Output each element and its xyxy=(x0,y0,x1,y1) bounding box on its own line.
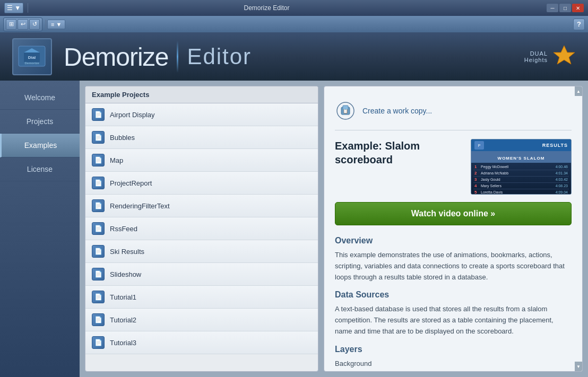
app-header: Dial Demorize Demorize Editor DUAL Heigh… xyxy=(0,33,588,81)
thumb-row: 3 Jasly Gould 4:03.42 xyxy=(473,177,569,183)
example-header: Example: Slalom scoreboard P RESULTS WOM… xyxy=(335,139,572,195)
thumb-row: 2 Adriana McNabb 4:01.34 xyxy=(473,170,569,177)
project-name: Map xyxy=(110,156,123,164)
layers-subtext: Background xyxy=(335,358,572,370)
example-title-section: Example: Slalom scoreboard xyxy=(335,139,462,166)
project-icon xyxy=(92,177,105,189)
project-name: Tutorial2 xyxy=(110,316,136,324)
toolbar-open-button[interactable]: ↩ xyxy=(18,19,28,30)
panel-header: Example Projects xyxy=(85,86,318,103)
layers-header: Layers xyxy=(335,345,572,354)
project-name: Airport Display xyxy=(110,111,155,119)
create-work-copy-link[interactable]: Create a work copy... xyxy=(362,107,432,115)
sidebar-item-projects[interactable]: Projects xyxy=(0,110,80,134)
toolbar-dropdown-icon: ≡ xyxy=(51,21,54,28)
watch-video-button[interactable]: Watch video online » xyxy=(335,202,572,225)
list-item[interactable]: ProjectReport xyxy=(85,172,318,195)
sidebar-item-examples[interactable]: Examples xyxy=(0,134,80,157)
sidebar-item-license[interactable]: License xyxy=(0,157,80,181)
list-item[interactable]: Slideshow xyxy=(85,263,318,286)
thumb-row: 5 Loretta Davis 4:09.04 xyxy=(473,189,569,195)
list-item[interactable]: Tutorial3 xyxy=(85,331,318,354)
data-sources-text: A text-based database is used that store… xyxy=(335,304,572,337)
scroll-down-arrow[interactable]: ▼ xyxy=(575,362,582,371)
project-name: Bubbles xyxy=(110,134,135,142)
work-copy-section: 📋 Create a work copy... xyxy=(335,95,572,130)
brand-logo: DUAL Heights xyxy=(524,43,577,71)
list-item[interactable]: RssFeed xyxy=(85,217,318,240)
overview-text: This example demonstrates the use of ani… xyxy=(335,250,572,283)
thumb-rows: 1 Peggy McDowell 4:00.46 2 Adriana McNab… xyxy=(471,163,571,195)
project-icon xyxy=(92,154,105,166)
app-title-demorize: Demorize xyxy=(64,42,168,72)
titlebar: ☰ ▼ Demorize Editor ─ □ ✕ xyxy=(0,0,588,16)
window-title: Demorize Editor xyxy=(32,4,501,12)
brand-name: DUAL Heights xyxy=(524,50,548,63)
project-name: Tutorial3 xyxy=(110,339,136,347)
svg-text:Dial: Dial xyxy=(28,55,36,60)
list-item[interactable]: RenderingFilterText xyxy=(85,195,318,217)
project-name: RssFeed xyxy=(110,225,137,233)
project-list-panel: Example Projects Airport Display Bubbles… xyxy=(85,86,318,372)
toolbar-separator xyxy=(46,20,46,29)
main-content: Welcome Projects Examples License Exampl… xyxy=(0,81,588,377)
help-button[interactable]: ? xyxy=(573,19,585,30)
project-icon xyxy=(92,291,105,303)
minimize-button[interactable]: ─ xyxy=(547,4,558,12)
maximize-button[interactable]: □ xyxy=(559,4,571,12)
project-name: Slideshow xyxy=(110,270,141,278)
project-icon xyxy=(92,108,105,121)
copy-icon: 📋 xyxy=(335,100,356,121)
detail-panel: 📋 Create a work copy... Example: Slalom … xyxy=(324,86,583,372)
list-item[interactable]: Ski Results xyxy=(85,240,318,263)
toolbar-dropdown-arrow: ▼ xyxy=(56,21,62,28)
overview-header: Overview xyxy=(335,236,572,246)
detail-scroll[interactable]: 📋 Create a work copy... Example: Slalom … xyxy=(324,86,582,371)
list-item[interactable]: Airport Display xyxy=(85,103,318,126)
list-item[interactable]: Tutorial2 xyxy=(85,309,318,331)
toolbar-save-button[interactable]: ↺ xyxy=(29,19,40,30)
title-divider xyxy=(177,41,178,73)
header-brand: DUAL Heights xyxy=(524,43,577,71)
project-items: Airport Display Bubbles Map ProjectRepor… xyxy=(85,103,318,354)
titlebar-separator xyxy=(28,3,28,13)
svg-text:Demorize: Demorize xyxy=(24,62,39,65)
header-logo: Dial Demorize xyxy=(11,37,53,77)
titlebar-toolbar: ☰ ▼ xyxy=(4,3,23,13)
app-menu-button[interactable]: ☰ ▼ xyxy=(4,3,23,13)
thumb-row: 4 Mary Sellers 4:08.23 xyxy=(473,183,569,189)
scroll-up-arrow[interactable]: ▲ xyxy=(575,86,582,96)
project-icon xyxy=(92,313,105,326)
app-title-section: Demorize Editor xyxy=(64,41,252,73)
example-title: Example: Slalom scoreboard xyxy=(335,139,462,166)
brand-star-icon xyxy=(551,43,577,71)
close-button[interactable]: ✕ xyxy=(572,4,584,12)
project-name: RenderingFilterText xyxy=(110,202,170,210)
thumb-sub-header: WOMEN'S SLALOM xyxy=(498,156,545,161)
project-name: ProjectReport xyxy=(110,179,152,187)
list-item[interactable]: Bubbles xyxy=(85,126,318,149)
list-item[interactable]: Tutorial1 xyxy=(85,286,318,309)
logo-box: Dial Demorize xyxy=(12,38,52,75)
thumb-logo: P xyxy=(474,141,484,150)
project-icon xyxy=(92,336,105,349)
project-name: Ski Results xyxy=(110,248,144,256)
toolbar-dropdown[interactable]: ≡ ▼ xyxy=(47,20,65,29)
data-sources-header: Data Sources xyxy=(335,290,572,300)
project-name: Tutorial1 xyxy=(110,293,136,301)
project-icon xyxy=(92,245,105,258)
sidebar: Welcome Projects Examples License xyxy=(0,81,80,377)
example-thumbnail: P RESULTS WOMEN'S SLALOM 1 Peggy McDowel… xyxy=(471,139,572,195)
toolbar-new-button[interactable]: ⊞ xyxy=(6,19,16,30)
project-icon xyxy=(92,268,105,280)
project-icon xyxy=(92,222,105,235)
project-icon xyxy=(92,131,105,144)
thumb-row: 1 Peggy McDowell 4:00.46 xyxy=(473,164,569,170)
svg-text:📋: 📋 xyxy=(343,108,348,113)
svg-marker-5 xyxy=(554,46,575,64)
sidebar-item-welcome[interactable]: Welcome xyxy=(0,86,80,110)
app-title-editor: Editor xyxy=(187,44,252,69)
list-item[interactable]: Map xyxy=(85,149,318,172)
content-area: Example Projects Airport Display Bubbles… xyxy=(80,81,588,377)
project-icon xyxy=(92,199,105,212)
